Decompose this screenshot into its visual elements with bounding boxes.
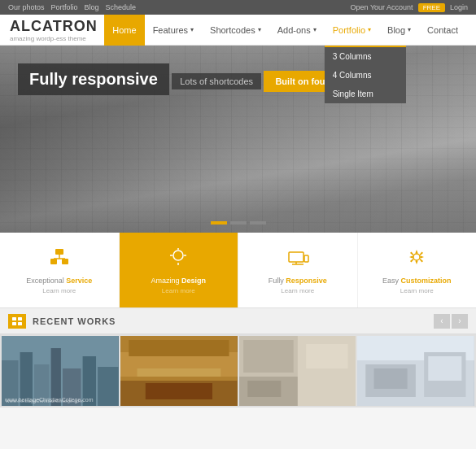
hero-dots	[211, 221, 266, 224]
svg-rect-37	[306, 344, 347, 368]
hero-title: Fully responsive	[18, 63, 169, 95]
works-nav: ‹ ›	[434, 314, 468, 329]
nav-features[interactable]: Features ▾	[145, 15, 202, 46]
feature-design[interactable]: Amazing Design Learn more	[120, 233, 239, 307]
nav-portfolio[interactable]: Portfolio ▾ 3 Columns 4 Columns Single I…	[325, 15, 379, 46]
topbar-login[interactable]: Login	[450, 3, 468, 11]
svg-rect-45	[429, 356, 462, 381]
top-bar-right: Open Your Account FREE Login	[351, 3, 468, 12]
feature-service-label: Exceptional Service	[26, 277, 92, 285]
svg-rect-10	[289, 252, 304, 262]
feature-customization-learn[interactable]: Learn more	[400, 287, 434, 294]
svg-rect-39	[247, 381, 281, 397]
chevron-down-icon: ▾	[190, 26, 194, 33]
top-bar-left: Our photos Portfolio Blog Schedule	[8, 3, 136, 11]
svg-rect-18	[18, 322, 22, 325]
svg-rect-15	[12, 317, 16, 320]
portfolio-thumb-1[interactable]: www.heritageChristianCollege.com www.her…	[2, 336, 119, 406]
feature-service-learn[interactable]: Learn more	[42, 287, 76, 294]
slide-dot-3[interactable]	[250, 221, 266, 224]
feature-responsive[interactable]: Fully Responsive Learn more	[238, 233, 358, 307]
dropdown-4col[interactable]: 4 Columns	[325, 66, 406, 85]
main-nav: Home Features ▾ Shortcodes ▾ Add-ons ▾ P…	[104, 15, 466, 46]
topbar-our-photos[interactable]: Our photos	[8, 3, 45, 11]
recent-works-title: RECENT WORKS	[33, 316, 434, 326]
header: ALCATRON amazing wordp-ess theme Home Fe…	[0, 15, 476, 46]
hero-subtitle: Lots of shortcodes	[172, 73, 261, 89]
svg-rect-2	[62, 259, 68, 264]
feature-responsive-learn[interactable]: Learn more	[281, 287, 314, 294]
svg-rect-11	[304, 255, 308, 262]
svg-rect-30	[129, 340, 229, 356]
feature-customization-label: Easy Customization	[382, 277, 452, 285]
dropdown-single[interactable]: Single Item	[325, 85, 406, 103]
svg-rect-44	[374, 368, 408, 389]
hero-content: Fully responsive Lots of shortcodes Buil…	[18, 63, 376, 100]
service-icon	[48, 246, 71, 273]
svg-rect-26	[98, 367, 119, 406]
svg-rect-17	[12, 322, 16, 325]
features-row: Exceptional Service Learn more Amazing D…	[0, 233, 476, 307]
topbar-portfolio[interactable]: Portfolio	[51, 3, 78, 11]
nav-contact[interactable]: Contact	[419, 15, 466, 46]
nav-addons[interactable]: Add-ons ▾	[269, 15, 325, 46]
chevron-down-icon: ▾	[368, 26, 371, 33]
chevron-down-icon: ▾	[258, 26, 261, 33]
logo-area: ALCATRON amazing wordp-ess theme	[10, 18, 98, 42]
nav-home[interactable]: Home	[104, 15, 144, 46]
dropdown-3col[interactable]: 3 Columns	[325, 47, 406, 66]
portfolio-thumb-2[interactable]	[120, 336, 238, 406]
customization-icon	[405, 246, 428, 273]
portfolio-thumbnails: www.heritageChristianCollege.com www.her…	[0, 334, 476, 408]
svg-point-5	[173, 251, 183, 260]
logo-title: ALCATRON	[10, 18, 98, 35]
recent-works-icon	[8, 314, 26, 329]
nav-shortcodes[interactable]: Shortcodes ▾	[202, 15, 269, 46]
feature-customization[interactable]: Easy Customization Learn more	[358, 233, 477, 307]
thumb-1-bg: www.heritageChristianCollege.com www.her…	[2, 336, 119, 406]
svg-rect-38	[243, 340, 294, 373]
responsive-icon	[286, 246, 309, 273]
topbar-schedule[interactable]: Schedule	[106, 3, 137, 11]
portfolio-thumb-3[interactable]	[239, 336, 356, 406]
works-next-button[interactable]: ›	[452, 314, 468, 329]
nav-blog[interactable]: Blog ▾	[379, 15, 419, 46]
chevron-down-icon: ▾	[408, 26, 411, 33]
topbar-blog[interactable]: Blog	[85, 3, 99, 11]
svg-point-14	[413, 254, 420, 260]
watermark-text: www.heritageChristianCollege.com	[5, 397, 94, 403]
design-icon	[167, 246, 190, 273]
feature-responsive-label: Fully Responsive	[269, 277, 327, 285]
svg-rect-0	[55, 249, 63, 255]
thumb-2-bg	[120, 336, 238, 406]
slide-dot-2[interactable]	[230, 221, 247, 224]
logo-tagline: amazing wordp-ess theme	[10, 35, 98, 42]
svg-rect-31	[137, 368, 221, 377]
topbar-free-badge[interactable]: FREE	[418, 3, 445, 12]
feature-design-label: Amazing Design	[151, 277, 206, 285]
works-prev-button[interactable]: ‹	[434, 314, 450, 329]
topbar-register[interactable]: Open Your Account	[351, 3, 413, 11]
portfolio-thumb-4[interactable]	[357, 336, 474, 406]
top-bar: Our photos Portfolio Blog Schedule Open …	[0, 0, 476, 15]
svg-rect-16	[18, 317, 22, 320]
thumb-4-bg	[357, 336, 474, 406]
thumb-3-bg	[239, 336, 356, 406]
chevron-down-icon: ▾	[313, 26, 317, 33]
feature-service[interactable]: Exceptional Service Learn more	[0, 233, 120, 307]
portfolio-dropdown: 3 Columns 4 Columns Single Item	[325, 46, 406, 103]
recent-works-bar: RECENT WORKS ‹ ›	[0, 308, 476, 334]
svg-rect-33	[146, 383, 212, 399]
slide-dot-1[interactable]	[211, 221, 227, 224]
svg-rect-1	[50, 259, 57, 264]
feature-design-learn[interactable]: Learn more	[162, 287, 195, 294]
